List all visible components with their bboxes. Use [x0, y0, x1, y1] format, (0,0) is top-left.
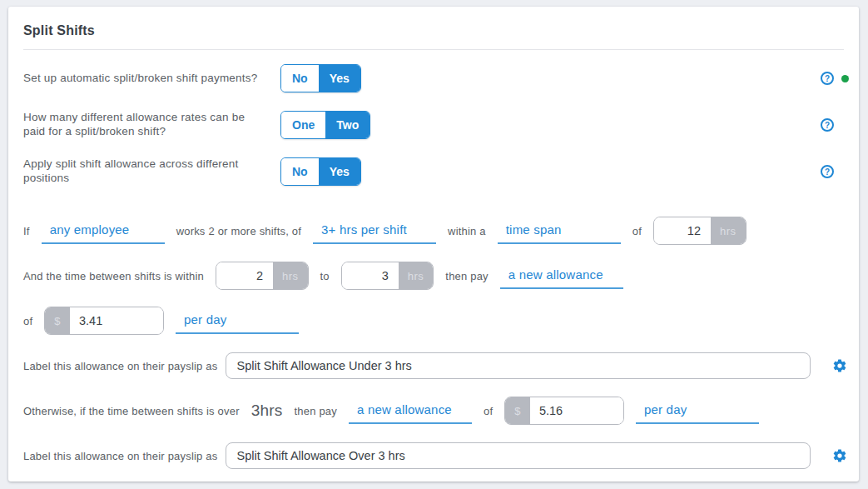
- help-icon[interactable]: ?: [821, 118, 834, 132]
- gear-icon[interactable]: [832, 358, 847, 373]
- toggle-allowance-rates-two[interactable]: Two: [325, 112, 370, 138]
- rule-builder: If any employee works 2 or more shifts, …: [23, 216, 844, 471]
- works-text: works 2 or more shifts, of: [176, 225, 301, 237]
- question-row-split-payments: Set up automatic split/broken shift paym…: [23, 55, 844, 102]
- time-span-input-group: hrs: [653, 217, 746, 245]
- within-text: within a: [448, 225, 486, 237]
- gear-icon[interactable]: [832, 448, 847, 463]
- payslip-under-row: Label this allowance on their payslip as: [23, 351, 844, 381]
- hrs-suffix: hrs: [273, 262, 308, 289]
- amount-over-input-group: $: [504, 397, 624, 425]
- allowance-select-over[interactable]: a new allowance: [349, 398, 472, 424]
- max-hours-input-group: hrs: [341, 262, 434, 290]
- rule-condition-row: If any employee works 2 or more shifts, …: [23, 216, 844, 246]
- help-icon[interactable]: ?: [821, 72, 834, 85]
- of-text: of: [23, 315, 32, 327]
- of-text: of: [632, 225, 642, 237]
- row-icons: ?: [821, 165, 849, 178]
- payslip-over-label: Label this allowance on their payslip as: [23, 450, 217, 462]
- question-label-allowance-rates: How many different allowance rates can b…: [23, 111, 280, 139]
- between-label: And the time between shifts is within: [23, 270, 204, 282]
- toggle-split-payments-yes[interactable]: Yes: [319, 65, 360, 92]
- toggle-across-positions-no[interactable]: No: [281, 158, 319, 185]
- to-text: to: [320, 270, 330, 282]
- payslip-under-input[interactable]: [226, 352, 811, 379]
- row-icons: ?: [821, 72, 849, 85]
- then-pay-text: then pay: [445, 270, 488, 282]
- question-label-split-payments: Set up automatic split/broken shift paym…: [23, 72, 280, 86]
- time-span-select[interactable]: time span: [498, 218, 621, 244]
- max-hours-input[interactable]: [342, 262, 399, 289]
- question-row-allowance-rates: How many different allowance rates can b…: [23, 102, 844, 148]
- employee-select[interactable]: any employee: [42, 218, 165, 244]
- payslip-under-label: Label this allowance on their payslip as: [23, 360, 217, 372]
- toggle-allowance-rates-one[interactable]: One: [281, 112, 325, 138]
- otherwise-label: Otherwise, if the time between shifts is…: [23, 405, 240, 417]
- then-pay-text: then pay: [294, 405, 336, 417]
- of-text: of: [484, 405, 493, 417]
- shift-length-select[interactable]: 3+ hrs per shift: [313, 218, 436, 244]
- question-row-across-positions: Apply split shift allowance across diffe…: [23, 148, 844, 195]
- help-icon[interactable]: ?: [821, 165, 834, 178]
- toggle-across-positions: No Yes: [280, 157, 361, 186]
- rule-otherwise-row: Otherwise, if the time between shifts is…: [23, 396, 844, 426]
- rule-amount-under-row: of $ per day: [23, 306, 844, 336]
- status-dot: [841, 75, 849, 82]
- if-text: If: [23, 225, 30, 237]
- toggle-split-payments: No Yes: [280, 64, 361, 92]
- title-divider: [23, 49, 844, 50]
- amount-under-input-group: $: [44, 307, 164, 335]
- time-span-hours-input[interactable]: [654, 217, 711, 244]
- payslip-over-input[interactable]: [226, 442, 811, 469]
- toggle-across-positions-yes[interactable]: Yes: [319, 158, 360, 185]
- per-period-select-under[interactable]: per day: [176, 308, 299, 334]
- amount-under-input[interactable]: [70, 307, 163, 334]
- per-period-select-over[interactable]: per day: [636, 398, 759, 424]
- hrs-suffix: hrs: [711, 217, 746, 244]
- allowance-select-under[interactable]: a new allowance: [500, 263, 623, 289]
- min-hours-input-group: hrs: [216, 262, 309, 290]
- payslip-over-row: Label this allowance on their payslip as: [23, 441, 844, 471]
- currency-prefix: $: [45, 307, 70, 334]
- question-label-across-positions: Apply split shift allowance across diffe…: [23, 157, 280, 186]
- row-icons: ?: [821, 118, 849, 132]
- toggle-split-payments-no[interactable]: No: [281, 65, 319, 92]
- toggle-allowance-rates: One Two: [280, 111, 370, 139]
- hrs-suffix: hrs: [399, 262, 434, 289]
- rule-between-row: And the time between shifts is within hr…: [23, 261, 844, 291]
- currency-prefix: $: [505, 397, 530, 424]
- split-shifts-card: Split Shifts Set up automatic split/brok…: [8, 7, 859, 482]
- min-hours-input[interactable]: [216, 262, 273, 289]
- amount-over-input[interactable]: [530, 397, 623, 424]
- page-title: Split Shifts: [23, 23, 844, 38]
- threshold-text: 3hrs: [251, 402, 283, 420]
